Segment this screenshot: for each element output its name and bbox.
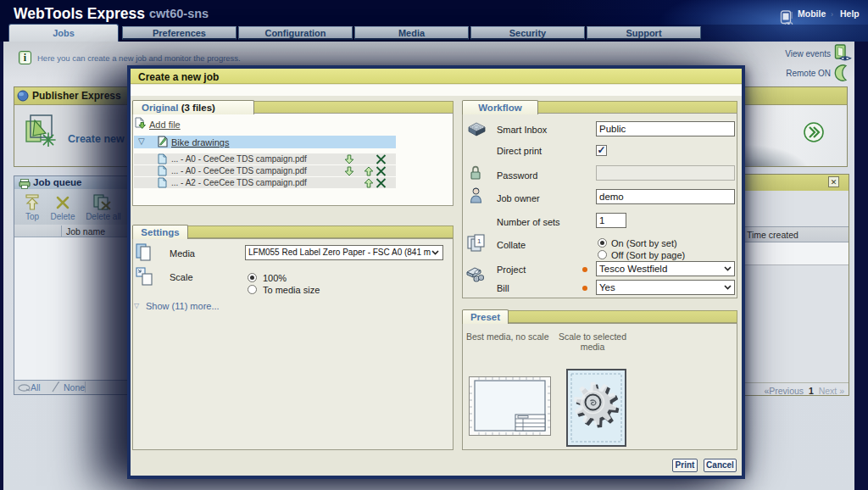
svg-text:1: 1 [477, 237, 481, 245]
